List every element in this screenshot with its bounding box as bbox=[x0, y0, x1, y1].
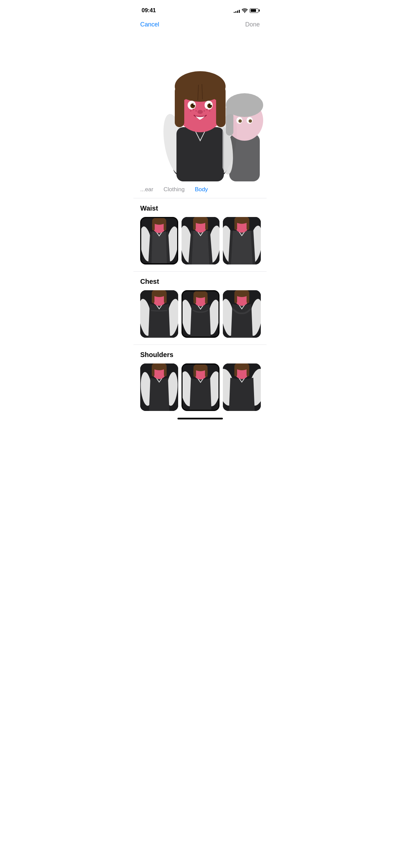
shoulders-title: Shoulders bbox=[140, 351, 260, 359]
svg-rect-43 bbox=[152, 221, 155, 230]
svg-rect-44 bbox=[164, 221, 166, 230]
waist-option-3[interactable] bbox=[223, 217, 261, 264]
battery-icon bbox=[250, 8, 258, 13]
svg-rect-51 bbox=[193, 220, 196, 230]
nav-bar: Cancel Done bbox=[133, 18, 267, 32]
svg-point-20 bbox=[192, 109, 194, 111]
status-bar: 09:41 bbox=[133, 0, 267, 18]
svg-point-21 bbox=[195, 110, 197, 112]
svg-rect-52 bbox=[205, 220, 208, 230]
tab-clothing[interactable]: Clothing bbox=[164, 186, 185, 194]
svg-rect-3 bbox=[176, 127, 224, 181]
chest-title: Chest bbox=[140, 278, 260, 285]
wifi-icon bbox=[242, 8, 248, 13]
cancel-button[interactable]: Cancel bbox=[140, 21, 159, 28]
svg-point-19 bbox=[197, 110, 203, 114]
svg-point-24 bbox=[204, 110, 205, 112]
svg-point-25 bbox=[209, 110, 210, 112]
shoulders-option-3[interactable] bbox=[223, 363, 261, 411]
shoulders-option-1[interactable] bbox=[140, 363, 178, 411]
svg-rect-75 bbox=[193, 294, 196, 303]
signal-icon bbox=[234, 8, 240, 13]
waist-section: Waist bbox=[133, 198, 267, 264]
chest-option-3[interactable] bbox=[223, 290, 261, 338]
waist-option-2[interactable] bbox=[182, 217, 219, 264]
shoulders-options bbox=[140, 363, 260, 411]
svg-rect-84 bbox=[247, 293, 249, 303]
waist-option-1[interactable] bbox=[140, 217, 178, 264]
svg-rect-99 bbox=[193, 367, 196, 377]
chest-options bbox=[140, 290, 260, 338]
svg-rect-67 bbox=[152, 293, 154, 303]
tab-headwear[interactable]: ...ear bbox=[140, 186, 153, 194]
avatar-preview bbox=[133, 32, 267, 181]
svg-point-23 bbox=[206, 109, 208, 111]
secondary-avatar bbox=[223, 80, 267, 181]
svg-rect-76 bbox=[205, 294, 208, 303]
done-button[interactable]: Done bbox=[245, 21, 260, 28]
waist-title: Waist bbox=[140, 204, 260, 212]
waist-options bbox=[140, 217, 260, 264]
svg-rect-28 bbox=[229, 134, 260, 181]
svg-point-36 bbox=[249, 119, 252, 123]
status-icons bbox=[234, 8, 258, 13]
status-time: 09:41 bbox=[142, 7, 156, 14]
chest-option-1[interactable] bbox=[140, 290, 178, 338]
svg-point-22 bbox=[190, 110, 191, 112]
svg-rect-108 bbox=[247, 366, 249, 376]
shoulders-option-2[interactable] bbox=[182, 363, 219, 411]
tab-body[interactable]: Body bbox=[195, 186, 208, 194]
svg-point-18 bbox=[210, 104, 212, 105]
svg-point-17 bbox=[193, 104, 195, 105]
home-indicator bbox=[177, 418, 223, 419]
svg-rect-32 bbox=[226, 105, 233, 136]
chest-section: Chest bbox=[133, 272, 267, 338]
svg-rect-59 bbox=[234, 220, 237, 230]
chest-option-2[interactable] bbox=[182, 290, 219, 338]
shoulders-section: Shoulders bbox=[133, 345, 267, 411]
svg-rect-60 bbox=[247, 220, 249, 230]
svg-rect-100 bbox=[205, 367, 208, 377]
svg-rect-91 bbox=[152, 366, 154, 376]
svg-rect-107 bbox=[234, 366, 237, 376]
svg-rect-92 bbox=[164, 366, 167, 376]
category-tabs: ...ear Clothing Body bbox=[133, 181, 267, 198]
svg-rect-83 bbox=[234, 293, 237, 303]
svg-point-35 bbox=[238, 119, 242, 123]
svg-rect-68 bbox=[164, 293, 167, 303]
